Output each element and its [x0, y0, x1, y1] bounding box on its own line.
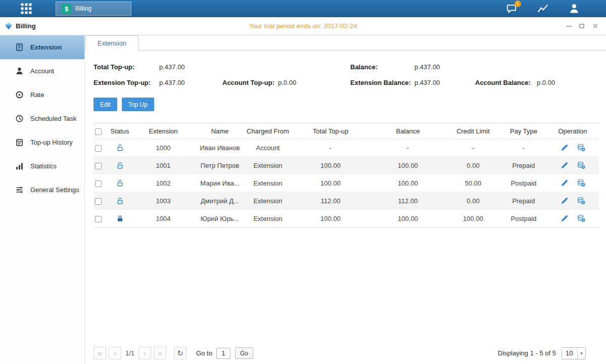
minimize-button[interactable] [564, 21, 574, 31]
sidebar-item-label: Scheduled Task [30, 115, 77, 122]
table-row: 1002 Мария Ива... Extension 100.00 100.0… [94, 174, 599, 192]
cell-total-topup: - [291, 139, 370, 157]
cell-credit-limit: - [445, 139, 501, 157]
monitor-button[interactable] [537, 3, 548, 14]
extension-balance-value: p.437.00 [414, 79, 440, 86]
table-row: 1003 Дмитрий Д... Extension 112.00 112.0… [94, 192, 599, 210]
cell-pay-type: Postpaid [501, 210, 546, 228]
sidebar-item-statistics[interactable]: Statistics [0, 154, 84, 178]
window-title: Billing [16, 22, 36, 30]
cell-charged-from: Extension [245, 157, 291, 174]
status-lock-icon [116, 144, 124, 152]
statistics-icon [15, 162, 24, 170]
edit-icon[interactable] [561, 179, 569, 187]
row-checkbox[interactable] [95, 198, 102, 205]
window-title-bar: Billing Your trial period ends on: 2017-… [0, 17, 606, 35]
apps-menu-button[interactable] [19, 2, 33, 16]
select-all-checkbox[interactable] [95, 128, 102, 135]
table-row: 1000 Иван Иванов Account - - - - [94, 139, 599, 157]
go-button[interactable]: Go [235, 347, 253, 359]
billing-summary: Total Top-up:p.437.00 Balance:p.437.00 E… [94, 59, 599, 90]
header-total-topup: Total Top-up [291, 123, 370, 139]
settings-icon [15, 186, 24, 194]
cell-name: Мария Ива... [195, 174, 245, 192]
cell-extension: 1003 [132, 192, 195, 210]
topup-icon[interactable] [577, 197, 585, 205]
first-page-button[interactable]: « [94, 347, 106, 359]
status-lock-icon [116, 162, 124, 169]
sidebar-item-extension[interactable]: Extension [0, 35, 84, 59]
line-chart-icon [537, 3, 548, 14]
refresh-icon[interactable]: ↻ [174, 347, 187, 359]
header-credit-limit: Credit Limit [445, 123, 501, 139]
edit-icon[interactable] [561, 161, 569, 169]
billing-app-tab[interactable]: $ Billing [56, 2, 131, 16]
page-indicator: 1/1 [125, 349, 134, 357]
maximize-button[interactable] [577, 21, 587, 31]
sidebar-item-account[interactable]: Account [0, 59, 84, 83]
cell-charged-from: Account [245, 139, 291, 157]
cell-total-topup: 100.00 [291, 174, 370, 192]
goto-page-input[interactable] [216, 348, 230, 359]
sidebar-item-topup-history[interactable]: Top-up History [0, 130, 84, 154]
edit-icon[interactable] [561, 144, 569, 152]
sidebar-item-label: Extension [30, 43, 62, 51]
topup-icon[interactable] [577, 161, 585, 169]
next-page-button[interactable]: › [138, 347, 151, 359]
cell-balance: 100.00 [370, 157, 445, 174]
cell-charged-from: Extension [245, 174, 291, 192]
header-charged-from: Charged From [245, 123, 291, 139]
prev-page-button[interactable]: ‹ [109, 347, 121, 359]
row-checkbox[interactable] [95, 163, 102, 169]
row-checkbox[interactable] [95, 216, 102, 222]
top-bar: $ Billing ! [0, 0, 606, 17]
account-balance-label: Account Balance: [475, 75, 537, 90]
cell-credit-limit: 50.00 [445, 174, 501, 192]
tab-extension[interactable]: Extension [85, 35, 138, 51]
cell-name: Петр Петров [195, 157, 245, 174]
extension-topup-value: p.437.00 [159, 79, 185, 86]
sidebar-item-scheduled-task[interactable]: Scheduled Task [0, 107, 84, 130]
sidebar-item-label: General Settings [30, 186, 79, 194]
row-checkbox[interactable] [95, 180, 102, 187]
close-button[interactable] [590, 21, 600, 31]
pagination-bar: « ‹ 1/1 › » ↻ Go to Go Displaying 1 - 5 … [94, 346, 586, 360]
edit-icon[interactable] [561, 214, 569, 222]
cell-pay-type: - [501, 139, 546, 157]
edit-icon[interactable] [561, 197, 569, 205]
cell-total-topup: 100.00 [291, 157, 370, 174]
summary-account-balance: Account Balance:p.0.00 [475, 75, 555, 90]
billing-app-tab-label: Billing [75, 5, 91, 12]
row-checkbox[interactable] [95, 145, 102, 152]
cell-extension: 1000 [132, 139, 195, 157]
edit-button[interactable]: Edit [94, 98, 117, 111]
cell-name: Юрий Юрь... [195, 210, 245, 228]
cell-total-topup: 112.00 [291, 192, 370, 210]
rate-icon [15, 90, 24, 99]
window-controls [561, 21, 600, 31]
extension-table: Status Extension Name Charged From Total… [94, 123, 599, 228]
cell-name: Иван Иванов [195, 139, 245, 157]
page-size-value: 10 [562, 349, 577, 357]
sidebar-item-rate[interactable]: Rate [0, 83, 84, 107]
cell-credit-limit: 100.00 [445, 210, 501, 228]
notification-badge: ! [515, 1, 521, 7]
table-header-row: Status Extension Name Charged From Total… [94, 123, 599, 139]
status-lock-icon [116, 179, 124, 187]
top-up-button[interactable]: Top Up [122, 98, 154, 111]
messages-button[interactable]: ! [506, 3, 517, 14]
sidebar-item-label: Account [30, 67, 54, 75]
topup-icon[interactable] [577, 214, 585, 222]
billing-logo-icon [5, 22, 13, 30]
topup-icon[interactable] [577, 179, 585, 187]
sidebar-item-label: Top-up History [30, 139, 73, 146]
account-balance-value: p.0.00 [537, 79, 555, 86]
account-menu-button[interactable] [569, 3, 580, 14]
topup-icon[interactable] [577, 144, 585, 152]
apps-grid-icon [20, 3, 32, 15]
last-page-button[interactable]: » [154, 347, 166, 359]
cell-balance: 100.00 [370, 174, 445, 192]
page-size-select[interactable]: 10 ▾ [562, 347, 586, 359]
sidebar-item-general-settings[interactable]: General Settings [0, 178, 84, 202]
table-row: 1001 Петр Петров Extension 100.00 100.00… [94, 157, 599, 174]
